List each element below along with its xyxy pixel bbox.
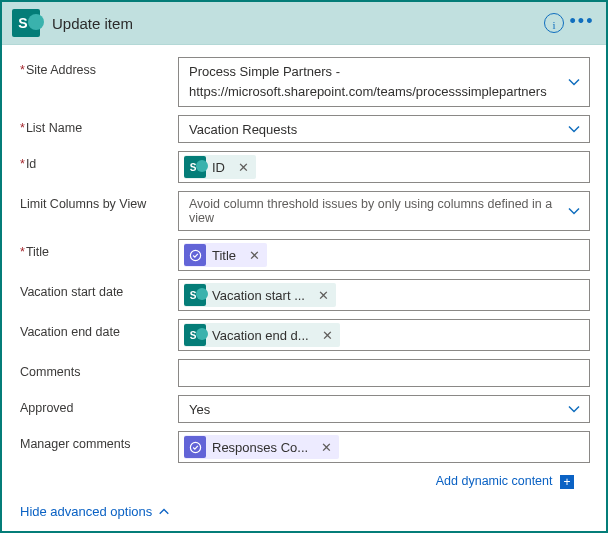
label-manager-comments: Manager comments: [20, 431, 178, 451]
info-icon: i: [544, 13, 564, 33]
chevron-down-icon: [567, 402, 581, 416]
dynamic-content-row: Add dynamic content +: [20, 471, 590, 489]
token-remove-button[interactable]: ✕: [314, 440, 339, 455]
label-vacation-end: Vacation end date: [20, 319, 178, 339]
token-remove-button[interactable]: ✕: [231, 160, 256, 175]
token-vacation-start[interactable]: S Vacation start ... ✕: [184, 283, 336, 307]
token-title[interactable]: Title ✕: [184, 243, 267, 267]
sharepoint-token-icon: S: [184, 156, 206, 178]
update-item-card: S Update item i ••• *Site Address Proces…: [0, 0, 608, 533]
title-input[interactable]: Title ✕: [178, 239, 590, 271]
add-dynamic-content-link[interactable]: Add dynamic content +: [436, 474, 574, 488]
vacation-end-input[interactable]: S Vacation end d... ✕: [178, 319, 590, 351]
label-id: *Id: [20, 151, 178, 171]
chevron-up-icon: [158, 506, 170, 518]
site-address-select[interactable]: Process Simple Partners - https://micros…: [178, 57, 590, 107]
token-remove-button[interactable]: ✕: [242, 248, 267, 263]
ellipsis-icon: •••: [570, 11, 595, 36]
label-list-name: *List Name: [20, 115, 178, 135]
sharepoint-icon: S: [12, 9, 40, 37]
approvals-token-icon: [184, 244, 206, 266]
site-address-line1: Process Simple Partners -: [189, 62, 561, 82]
label-title: *Title: [20, 239, 178, 259]
token-remove-button[interactable]: ✕: [311, 288, 336, 303]
hide-advanced-options-link[interactable]: Hide advanced options: [20, 504, 170, 519]
info-button[interactable]: i: [540, 9, 568, 37]
manager-comments-input[interactable]: Responses Co... ✕: [178, 431, 590, 463]
card-body: *Site Address Process Simple Partners - …: [2, 45, 606, 489]
approvals-token-icon: [184, 436, 206, 458]
label-site-address: *Site Address: [20, 57, 178, 77]
label-vacation-start: Vacation start date: [20, 279, 178, 299]
list-name-select[interactable]: Vacation Requests: [178, 115, 590, 143]
more-button[interactable]: •••: [568, 9, 596, 37]
card-header: S Update item i •••: [2, 2, 606, 45]
comments-input[interactable]: [178, 359, 590, 387]
card-title: Update item: [52, 15, 540, 32]
vacation-start-input[interactable]: S Vacation start ... ✕: [178, 279, 590, 311]
token-vacation-end[interactable]: S Vacation end d... ✕: [184, 323, 340, 347]
label-approved: Approved: [20, 395, 178, 415]
token-id[interactable]: S ID ✕: [184, 155, 256, 179]
token-remove-button[interactable]: ✕: [315, 328, 340, 343]
sharepoint-token-icon: S: [184, 284, 206, 306]
approved-select[interactable]: Yes: [178, 395, 590, 423]
site-address-line2: https://microsoft.sharepoint.com/teams/p…: [189, 82, 561, 102]
plus-icon: +: [560, 475, 574, 489]
limit-columns-select[interactable]: Avoid column threshold issues by only us…: [178, 191, 590, 231]
svg-point-1: [190, 442, 200, 452]
chevron-down-icon: [567, 122, 581, 136]
label-comments: Comments: [20, 359, 178, 379]
chevron-down-icon: [567, 75, 581, 89]
token-responses[interactable]: Responses Co... ✕: [184, 435, 339, 459]
id-input[interactable]: S ID ✕: [178, 151, 590, 183]
sharepoint-token-icon: S: [184, 324, 206, 346]
label-limit-columns: Limit Columns by View: [20, 191, 178, 211]
svg-point-0: [190, 250, 200, 260]
